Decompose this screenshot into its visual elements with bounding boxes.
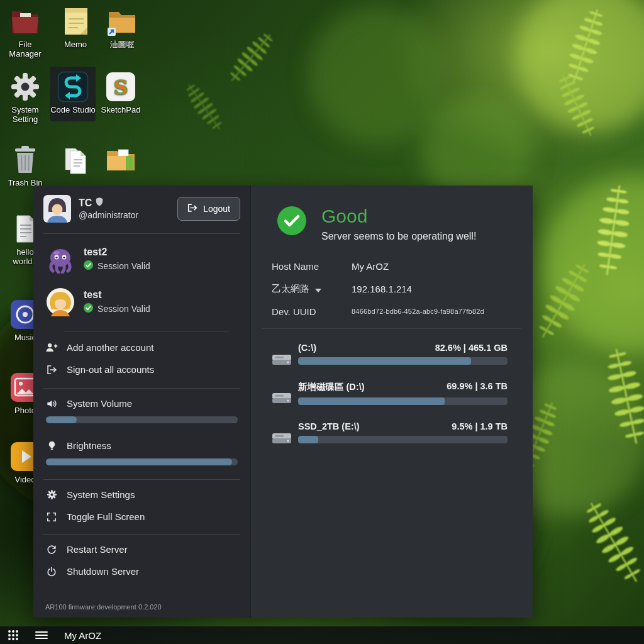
icon-label: SketchPad — [101, 105, 141, 114]
disk-name: 新增磁碟區 (D:\) — [298, 381, 365, 393]
desktop-icon-documents[interactable] — [55, 143, 96, 179]
ip-address: 192.168.1.214 — [352, 284, 412, 294]
menu-label: System Volume — [67, 398, 132, 409]
document-stack-icon — [59, 143, 92, 176]
desktop-icon-sketchpad[interactable]: S SketchPad — [101, 70, 141, 115]
firmware-version: AR100 firmware:development 0.2.020 — [33, 598, 250, 618]
account-name: test — [84, 289, 150, 301]
icon-label: Video — [14, 475, 35, 484]
avatar — [46, 245, 75, 274]
menu-label: Sign-out all accounts — [67, 364, 154, 375]
system-settings-item[interactable]: System Settings — [33, 484, 250, 506]
current-user-header: TC @administrator Logout — [33, 186, 250, 231]
avatar — [43, 195, 71, 223]
session-status: Session Valid — [97, 304, 150, 314]
toggle-fullscreen-item[interactable]: Toggle Full Screen — [33, 506, 250, 528]
code-studio-icon — [57, 70, 89, 103]
divider — [43, 534, 240, 535]
username: TC — [79, 197, 92, 209]
brightness-slider[interactable] — [46, 458, 238, 465]
disk-name: SSD_2TB (E:\) — [298, 421, 360, 431]
disk-name: (C:\) — [298, 343, 316, 353]
account-row-test2[interactable]: test2 Session Valid — [33, 238, 250, 280]
disk-usage: 9.5% | 1.9 TB — [452, 421, 508, 431]
menu-label: System Settings — [67, 489, 135, 500]
device-uuid: 8466bd72-bdb6-452a-abc9-fa98a77fb82d — [352, 308, 484, 315]
hard-drive-icon — [272, 431, 292, 445]
logout-label: Logout — [203, 204, 230, 214]
sign-out-icon — [45, 365, 58, 375]
restart-server-item[interactable]: Restart Server — [33, 538, 250, 560]
brightness-item: Brightness — [33, 435, 250, 457]
disk-usage-bar — [298, 357, 508, 365]
system-volume-item: System Volume — [33, 392, 250, 414]
account-name: test2 — [84, 247, 150, 258]
chevron-down-icon — [315, 284, 321, 294]
brightness-slider-row — [33, 457, 250, 473]
icon-label: Music — [14, 333, 36, 342]
person-plus-icon — [45, 342, 58, 353]
disk-usage-bar — [298, 397, 508, 405]
disk-row-c: (C:\) 82.6% | 465.1 GB — [272, 343, 508, 365]
expand-icon — [45, 512, 58, 522]
network-label: 乙太網路 — [272, 283, 309, 295]
menu-label: Add another account — [67, 342, 153, 353]
menu-label: Shutdown Server — [67, 566, 139, 577]
user-handle: @administrator — [79, 210, 170, 220]
disk-usage-bar — [298, 436, 508, 443]
check-circle-icon — [84, 260, 93, 272]
gear-icon — [9, 70, 42, 103]
divider — [64, 331, 229, 331]
disk-usage: 69.9% | 3.6 TB — [447, 381, 508, 393]
account-row-test[interactable]: test Session Valid — [33, 280, 250, 323]
divider — [43, 479, 240, 480]
folder-files-icon — [104, 143, 137, 176]
gear-icon — [45, 489, 58, 500]
bulb-icon — [45, 440, 58, 451]
disk-row-e: SSD_2TB (E:\) 9.5% | 1.9 TB — [272, 421, 508, 443]
power-icon — [45, 567, 58, 577]
disk-usage-fill — [298, 436, 318, 443]
hard-drive-icon — [272, 391, 292, 405]
memo-icon — [59, 5, 92, 38]
hostname-value: My ArOZ — [352, 261, 389, 272]
add-account-item[interactable]: Add another account — [33, 336, 250, 358]
hostname-label: Host Name — [272, 261, 352, 272]
speaker-icon — [45, 399, 58, 409]
icon-label: File Manager — [9, 40, 41, 58]
signout-all-item[interactable]: Sign-out all accounts — [33, 358, 250, 380]
desktop-icon-system-setting[interactable]: System Setting — [5, 70, 45, 125]
divider — [43, 388, 240, 389]
volume-slider[interactable] — [46, 416, 238, 423]
divider — [43, 233, 240, 234]
desktop-icon-folder-files[interactable] — [101, 143, 141, 179]
desktop-icon-memo[interactable]: Memo — [55, 5, 96, 50]
disk-usage: 82.6% | 465.1 GB — [435, 343, 508, 353]
disk-usage-fill — [298, 357, 471, 365]
logout-button[interactable]: Logout — [177, 197, 240, 221]
desktop-icon-trash-bin[interactable]: Trash Bin — [5, 143, 45, 188]
uuid-row: Dev. UUID 8466bd72-bdb6-452a-abc9-fa98a7… — [272, 306, 520, 317]
menu-label: Restart Server — [67, 544, 128, 555]
desktop-icon-shortcut-folder[interactable]: 油圖喔 — [102, 5, 142, 50]
brightness-fill — [46, 458, 232, 465]
menu-label: Toggle Full Screen — [67, 511, 145, 522]
app-grid-icon[interactable] — [8, 630, 19, 641]
status-message: Server seems to be operating well! — [321, 231, 476, 242]
icon-label: Photo — [14, 406, 36, 415]
hard-drive-icon — [272, 353, 292, 367]
desktop-icon-code-studio[interactable]: Code Studio — [50, 67, 96, 121]
status-check-icon — [277, 206, 306, 235]
system-panel: TC @administrator Logout test2 Session V… — [33, 186, 533, 618]
shutdown-server-item[interactable]: Shutdown Server — [33, 560, 250, 582]
sketchpad-icon: S — [104, 70, 137, 103]
menu-label: Brightness — [67, 440, 111, 451]
hamburger-menu-icon[interactable] — [35, 631, 48, 640]
svg-text:S: S — [113, 75, 128, 99]
uuid-label: Dev. UUID — [272, 306, 352, 317]
desktop-icon-file-manager[interactable]: File Manager — [5, 5, 45, 59]
network-selector[interactable]: 乙太網路 — [272, 283, 352, 295]
icon-label: Memo — [64, 40, 87, 49]
disk-usage-fill — [298, 397, 445, 405]
volume-fill — [46, 416, 77, 423]
